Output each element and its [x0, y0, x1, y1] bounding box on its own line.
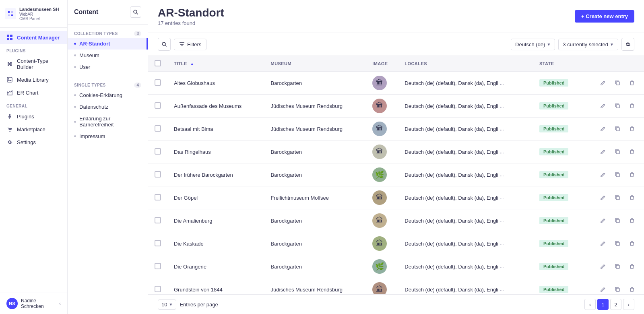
sidebar-item-settings[interactable]: Settings	[0, 136, 67, 149]
delete-row-button[interactable]	[626, 77, 638, 89]
locales-more-button[interactable]: ...	[500, 80, 504, 86]
prev-page-button[interactable]: ‹	[584, 299, 596, 310]
delete-row-button[interactable]	[626, 123, 638, 134]
table-header: TITLE ▲ MUSEUM IMAGE LOCALES STATE	[148, 56, 644, 72]
row-checkbox[interactable]	[155, 125, 161, 132]
row-checkbox[interactable]	[155, 240, 161, 246]
next-page-button[interactable]: ›	[623, 299, 634, 310]
edit-row-button[interactable]	[597, 238, 609, 249]
duplicate-row-button[interactable]	[612, 215, 623, 226]
row-actions	[591, 209, 644, 232]
delete-row-button[interactable]	[626, 146, 638, 157]
locales-more-button[interactable]: ...	[500, 287, 504, 292]
duplicate-row-button[interactable]	[612, 238, 623, 249]
svg-point-12	[162, 42, 165, 45]
locales-more-button[interactable]: ...	[500, 172, 504, 178]
sidebar-item-plugins[interactable]: Plugins	[0, 110, 67, 123]
edit-row-button[interactable]	[597, 261, 609, 272]
row-checkbox[interactable]	[155, 102, 161, 109]
row-locales: Deutsch (de) (default), Dansk (da), Engl…	[398, 72, 533, 95]
edit-row-button[interactable]	[597, 284, 609, 294]
th-title[interactable]: TITLE ▲	[167, 56, 264, 72]
row-actions	[591, 95, 644, 118]
row-checkbox-cell	[148, 140, 167, 163]
row-checkbox[interactable]	[155, 286, 161, 292]
sidebar-item-content-manager[interactable]: Content Manager	[0, 31, 67, 44]
table-settings-button[interactable]	[621, 38, 634, 51]
row-title: Das Ringelhaus	[167, 140, 264, 163]
create-new-entry-button[interactable]: + Create new entry	[575, 10, 634, 23]
delete-row-button[interactable]	[626, 238, 638, 249]
row-checkbox[interactable]	[155, 79, 161, 86]
duplicate-row-button[interactable]	[612, 284, 623, 294]
locales-more-button[interactable]: ...	[500, 218, 504, 223]
row-image-thumb: 🌿	[372, 167, 387, 182]
locales-more-button[interactable]: ...	[500, 241, 504, 246]
edit-row-button[interactable]	[597, 77, 609, 89]
duplicate-row-button[interactable]	[612, 146, 623, 157]
nav-item-ar-standort[interactable]: AR-Standort	[68, 38, 148, 50]
edit-row-button[interactable]	[597, 123, 609, 134]
row-museum: Jüdisches Museum Rendsburg	[264, 95, 366, 118]
delete-row-button[interactable]	[626, 261, 638, 272]
row-checkbox[interactable]	[155, 263, 161, 269]
nav-item-erklarung[interactable]: Erklärung zur Barrierefreiheit	[68, 113, 148, 130]
table-search-button[interactable]	[158, 38, 171, 51]
delete-row-button[interactable]	[626, 100, 638, 112]
sidebar-item-er-chart[interactable]: ER Chart	[0, 86, 67, 99]
nav-item-museum[interactable]: Museum	[68, 50, 148, 61]
sidebar-item-marketplace[interactable]: Marketplace	[0, 123, 67, 136]
delete-row-button[interactable]	[626, 169, 638, 180]
row-actions	[591, 232, 644, 255]
status-badge: Published	[539, 79, 569, 87]
edit-row-button[interactable]	[597, 146, 609, 157]
delete-row-button[interactable]	[626, 215, 638, 226]
row-checkbox[interactable]	[155, 217, 161, 223]
nav-search-button[interactable]	[130, 6, 141, 18]
table-row: Die Amalienburg Barockgarten 🏛 Deutsch (…	[148, 209, 644, 232]
locales-more-button[interactable]: ...	[500, 264, 504, 269]
nav-item-user[interactable]: User	[68, 61, 148, 73]
selected-select[interactable]: 3 currently selected ▼	[558, 39, 618, 50]
edit-row-button[interactable]	[597, 192, 609, 203]
duplicate-row-button[interactable]	[612, 192, 623, 203]
duplicate-row-button[interactable]	[612, 123, 623, 134]
row-checkbox-cell	[148, 72, 167, 95]
duplicate-row-button[interactable]	[612, 261, 623, 272]
row-checkbox[interactable]	[155, 194, 161, 200]
duplicate-row-button[interactable]	[612, 77, 623, 89]
locales-more-button[interactable]: ...	[500, 195, 504, 200]
row-image: 🏛	[366, 118, 398, 140]
delete-row-button[interactable]	[626, 192, 638, 203]
row-state: Published	[533, 118, 591, 140]
filters-button[interactable]: Filters	[174, 39, 206, 50]
row-checkbox[interactable]	[155, 171, 161, 178]
sidebar-item-content-type-builder[interactable]: Content-Type Builder	[0, 55, 67, 73]
svg-rect-16	[616, 151, 619, 154]
locales-more-button[interactable]: ...	[500, 149, 504, 155]
edit-row-button[interactable]	[597, 215, 609, 226]
page-2-button[interactable]: 2	[610, 299, 621, 310]
per-page-select[interactable]: 10 ▼	[158, 300, 176, 310]
row-checkbox[interactable]	[155, 148, 161, 155]
duplicate-row-button[interactable]	[612, 169, 623, 180]
user-name: Nadine Schrecken	[21, 298, 56, 309]
nav-item-cookies[interactable]: Cookies-Erklärung	[68, 89, 148, 101]
select-all-checkbox[interactable]	[155, 60, 161, 66]
single-types-count: 4	[134, 83, 141, 88]
delete-row-button[interactable]	[626, 284, 638, 294]
nav-item-impressum[interactable]: Impressum	[68, 130, 148, 142]
edit-row-button[interactable]	[597, 100, 609, 112]
sidebar-item-media-library[interactable]: Media Library	[0, 73, 67, 86]
toolbar: Filters Deutsch (de) ▼ 3 currently selec…	[148, 33, 644, 56]
nav-item-datenschutz[interactable]: Datenschutz	[68, 101, 148, 113]
svg-rect-6	[9, 114, 10, 116]
language-select[interactable]: Deutsch (de) ▼	[511, 39, 555, 50]
collapse-sidebar-button[interactable]: ‹	[59, 301, 61, 306]
locales-more-button[interactable]: ...	[500, 103, 504, 109]
page-1-button[interactable]: 1	[597, 299, 609, 310]
edit-row-button[interactable]	[597, 169, 609, 180]
row-locales: Deutsch (de) (default), Dansk (da), Engl…	[398, 163, 533, 186]
locales-more-button[interactable]: ...	[500, 126, 504, 132]
duplicate-row-button[interactable]	[612, 100, 623, 112]
